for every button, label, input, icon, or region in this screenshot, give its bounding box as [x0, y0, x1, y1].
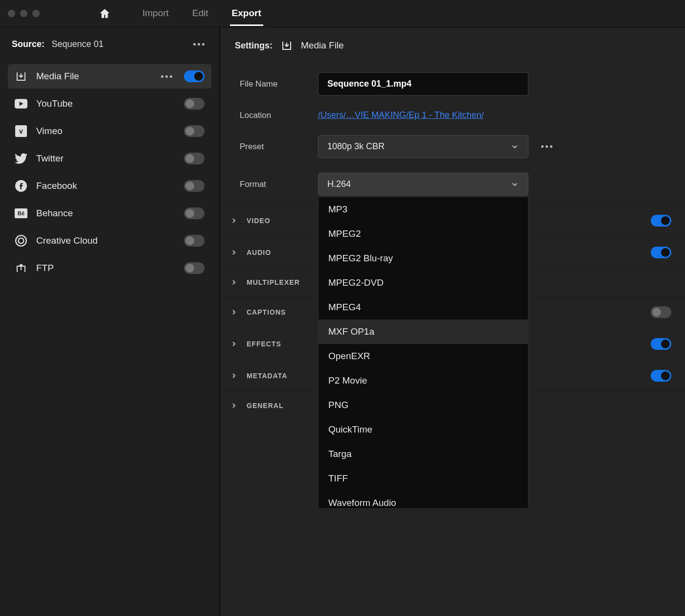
upload-icon: [15, 262, 27, 274]
format-option[interactable]: MP3: [319, 197, 528, 222]
destination-label: Twitter: [36, 153, 64, 164]
destination-toggle[interactable]: [184, 98, 205, 110]
traffic-max-icon[interactable]: [32, 10, 40, 17]
destination-label: Facebook: [36, 181, 77, 191]
tab-export[interactable]: Export: [230, 1, 263, 26]
destination-label: Creative Cloud: [36, 235, 98, 246]
location-label: Location: [240, 111, 318, 120]
accordion-label: MULTIPLEXER: [247, 278, 300, 286]
location-link[interactable]: /Users/…VIE MAKING/Ep 1 - The Kitchen/: [318, 110, 484, 120]
destination-list: Media FileYouTubevVimeoTwitterFacebookBē…: [8, 64, 211, 280]
destination-toggle[interactable]: [184, 180, 205, 192]
file-name-input[interactable]: Sequence 01_1.mp4: [318, 72, 528, 95]
window-traffic-lights[interactable]: [8, 10, 40, 17]
format-option[interactable]: MPEG2-DVD: [319, 271, 528, 295]
chevron-right-icon: [230, 217, 238, 225]
tab-edit[interactable]: Edit: [190, 1, 210, 26]
format-option[interactable]: MPEG4: [319, 295, 528, 319]
format-option[interactable]: Targa: [319, 442, 528, 466]
source-more-button[interactable]: [190, 40, 207, 48]
format-option[interactable]: MPEG2 Blu-ray: [319, 246, 528, 271]
destination-youtube[interactable]: YouTube: [8, 91, 211, 116]
chevron-right-icon: [230, 308, 238, 316]
svg-point-6: [16, 235, 26, 246]
destination-toggle[interactable]: [184, 70, 205, 82]
settings-destination-title: Media File: [301, 40, 344, 51]
format-option[interactable]: PNG: [319, 393, 528, 417]
preset-value: 1080p 3k CBR: [327, 141, 385, 152]
titlebar: Import Edit Export: [0, 0, 685, 27]
destination-label: Media File: [36, 71, 79, 82]
destination-more-button[interactable]: [158, 72, 175, 81]
destination-behance[interactable]: BēBehance: [8, 201, 211, 226]
format-label: Format: [240, 180, 318, 189]
download-box-icon: [15, 70, 27, 83]
svg-point-7: [19, 238, 24, 244]
source-value[interactable]: Sequence 01: [51, 39, 103, 49]
accordion-label: EFFECTS: [247, 340, 281, 348]
accordion-toggle[interactable]: [651, 370, 671, 382]
tab-import[interactable]: Import: [140, 1, 171, 26]
format-option[interactable]: OpenEXR: [319, 344, 528, 368]
settings-panel: Settings: Media File File Name Sequence …: [220, 27, 685, 616]
format-option[interactable]: TIFF: [319, 466, 528, 491]
chevron-right-icon: [230, 402, 238, 410]
accordion-toggle[interactable]: [651, 306, 671, 318]
destination-label: Vimeo: [36, 126, 63, 137]
preset-label: Preset: [240, 142, 318, 152]
chevron-right-icon: [230, 372, 238, 380]
home-icon: [98, 7, 111, 20]
workspace-tabs: Import Edit Export: [140, 1, 263, 26]
download-box-icon: [280, 39, 293, 52]
format-option[interactable]: Waveform Audio: [319, 491, 528, 509]
destination-toggle[interactable]: [184, 153, 205, 164]
chevron-right-icon: [230, 278, 238, 286]
accordion-toggle[interactable]: [651, 247, 671, 258]
format-dropdown[interactable]: MP3MPEG2MPEG2 Blu-rayMPEG2-DVDMPEG4MXF O…: [318, 197, 528, 509]
accordion-label: AUDIO: [247, 249, 271, 256]
file-name-label: File Name: [240, 79, 318, 89]
format-option[interactable]: MPEG2: [319, 222, 528, 246]
format-option[interactable]: P2 Movie: [319, 368, 528, 393]
destination-toggle[interactable]: [184, 125, 205, 137]
destination-toggle[interactable]: [184, 207, 205, 219]
destination-toggle[interactable]: [184, 235, 205, 247]
destination-vimeo[interactable]: vVimeo: [8, 119, 211, 143]
twitter-icon: [15, 152, 27, 165]
svg-text:Bē: Bē: [18, 210, 24, 216]
source-panel: Source: Sequence 01 Media FileYouTubevVi…: [0, 27, 220, 616]
traffic-close-icon[interactable]: [8, 10, 15, 17]
accordion-label: GENERAL: [247, 402, 283, 410]
chevron-down-icon: [510, 180, 519, 189]
destination-twitter[interactable]: Twitter: [8, 146, 211, 171]
preset-select[interactable]: 1080p 3k CBR: [318, 135, 528, 158]
accordion-toggle[interactable]: [651, 338, 671, 350]
preset-more-button[interactable]: [538, 142, 555, 151]
facebook-icon: [15, 180, 27, 192]
accordion-label: METADATA: [247, 372, 287, 380]
format-select[interactable]: H.264: [318, 173, 528, 196]
destination-media-file[interactable]: Media File: [8, 64, 211, 89]
destination-ftp[interactable]: FTP: [8, 256, 211, 280]
destination-creative-cloud[interactable]: Creative Cloud: [8, 228, 211, 253]
traffic-min-icon[interactable]: [20, 10, 27, 17]
accordion-toggle[interactable]: [651, 215, 671, 227]
source-label: Source:: [12, 39, 45, 49]
youtube-icon: [15, 97, 27, 110]
destination-toggle[interactable]: [184, 262, 205, 274]
svg-text:v: v: [19, 127, 23, 135]
accordion-label: VIDEO: [247, 217, 271, 225]
accordion-label: CAPTIONS: [247, 308, 286, 316]
cc-icon: [15, 234, 27, 247]
format-option[interactable]: MXF OP1a: [319, 319, 528, 344]
chevron-down-icon: [510, 142, 519, 151]
destination-label: Behance: [36, 208, 73, 219]
behance-icon: Bē: [15, 207, 27, 220]
destination-label: YouTube: [36, 98, 73, 109]
home-button[interactable]: [98, 7, 111, 20]
format-option[interactable]: QuickTime: [319, 417, 528, 442]
destination-facebook[interactable]: Facebook: [8, 174, 211, 198]
chevron-right-icon: [230, 340, 238, 348]
settings-label: Settings:: [235, 41, 273, 51]
chevron-right-icon: [230, 249, 238, 256]
